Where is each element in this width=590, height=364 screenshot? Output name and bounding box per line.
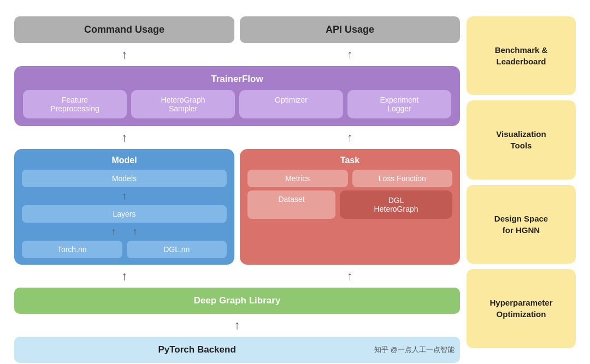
api-usage-label: API Usage <box>326 24 374 35</box>
up-arrow-dgl-left-icon: ↑ <box>121 270 127 282</box>
dataset-item: Dataset <box>247 190 335 219</box>
arrow-right: ↑ <box>240 49 460 61</box>
right-item-0-label: Benchmark &Leaderboard <box>495 44 548 67</box>
task-title: Task <box>247 156 452 165</box>
trainerflow-items: FeaturePreprocessing HeteroGraphSampler … <box>23 90 451 118</box>
task-top-row: Metrics Loss Function <box>247 170 452 187</box>
right-panel: Benchmark &Leaderboard VisualizationTool… <box>467 16 576 348</box>
up-arrow-task-icon: ↑ <box>347 132 353 144</box>
right-item-1-label: VisualizationTools <box>496 128 546 151</box>
trainerflow-box: TrainerFlow FeaturePreprocessing HeteroG… <box>14 66 460 126</box>
dgl-arrow-left: ↑ <box>14 270 234 282</box>
zhihu-watermark: 知乎 @一点人工一点智能 <box>374 345 455 355</box>
dgl-box: Deep Graph Library <box>14 288 460 314</box>
dgl-arrow-row: ↑ ↑ <box>14 270 460 282</box>
dgl-nn-item: DGL.nn <box>127 241 227 258</box>
model-inner: Models ↑ Layers ↑ ↑ Torch.nn DGL.nn <box>22 170 227 258</box>
models-item: Models <box>22 170 227 187</box>
torch-nn-item: Torch.nn <box>22 241 122 258</box>
task-box: Task Metrics Loss Function Dataset DGLHe… <box>240 149 460 265</box>
up-arrow-right-icon: ↑ <box>347 49 353 61</box>
command-usage-box: Command Usage <box>14 16 234 43</box>
up-arrow-model-icon: ↑ <box>121 132 127 144</box>
right-item-3: HyperparameterOptimization <box>467 269 576 348</box>
dgl-heterograph-item: DGLHeteroGraph <box>340 190 452 219</box>
model-bottom-row: Torch.nn DGL.nn <box>22 241 227 258</box>
loss-function-item: Loss Function <box>352 170 453 187</box>
command-usage-label: Command Usage <box>84 24 164 35</box>
right-item-3-label: HyperparameterOptimization <box>489 297 552 320</box>
top-row: Command Usage API Usage <box>14 16 460 43</box>
models-down-arrow-icon: ↑ <box>122 190 127 202</box>
middle-row: Model Models ↑ Layers ↑ ↑ Torch.nn DGL.n… <box>14 149 460 265</box>
pytorch-arrow-row: ↑ <box>14 319 460 331</box>
up-arrow-dgl-right-icon: ↑ <box>347 270 353 282</box>
arrow-left: ↑ <box>14 49 234 61</box>
middle-arrow-left: ↑ <box>14 132 234 144</box>
model-title: Model <box>22 156 227 165</box>
task-bottom-row: Dataset DGLHeteroGraph <box>247 190 452 219</box>
model-box: Model Models ↑ Layers ↑ ↑ Torch.nn DGL.n… <box>14 149 234 265</box>
trainerflow-item-3: ExperimentLogger <box>347 90 451 118</box>
models-arrow: ↑ <box>22 190 227 202</box>
layers-arrows: ↑ ↑ <box>22 226 227 237</box>
middle-arrow-row: ↑ ↑ <box>14 132 460 144</box>
trainerflow-item-1: HeteroGraphSampler <box>131 90 235 118</box>
right-item-2-label: Design Spacefor HGNN <box>494 213 548 236</box>
up-arrow-left-icon: ↑ <box>121 49 127 61</box>
layers-item: Layers <box>22 205 227 223</box>
right-item-1: VisualizationTools <box>467 100 576 180</box>
pytorch-box: PyTorch Backend 知乎 @一点人工一点智能 <box>14 337 460 363</box>
right-item-0: Benchmark &Leaderboard <box>467 16 576 96</box>
diagram-wrapper: Command Usage API Usage ↑ ↑ TrainerFlow … <box>5 8 585 357</box>
dgl-arrow-right: ↑ <box>240 270 460 282</box>
middle-arrow-right: ↑ <box>240 132 460 144</box>
left-section: Command Usage API Usage ↑ ↑ TrainerFlow … <box>14 16 460 348</box>
trainerflow-item-0: FeaturePreprocessing <box>23 90 127 118</box>
trainerflow-title: TrainerFlow <box>23 74 451 85</box>
top-arrow-row: ↑ ↑ <box>14 49 460 61</box>
metrics-item: Metrics <box>247 170 348 187</box>
layers-left-arrow-icon: ↑ <box>111 226 116 237</box>
layers-right-arrow-icon: ↑ <box>133 226 138 237</box>
trainerflow-item-2: Optimizer <box>239 90 343 118</box>
up-arrow-pytorch-icon: ↑ <box>234 319 240 331</box>
pytorch-label: PyTorch Backend <box>20 344 374 355</box>
api-usage-box: API Usage <box>240 16 460 43</box>
right-item-2: Design Spacefor HGNN <box>467 185 576 264</box>
